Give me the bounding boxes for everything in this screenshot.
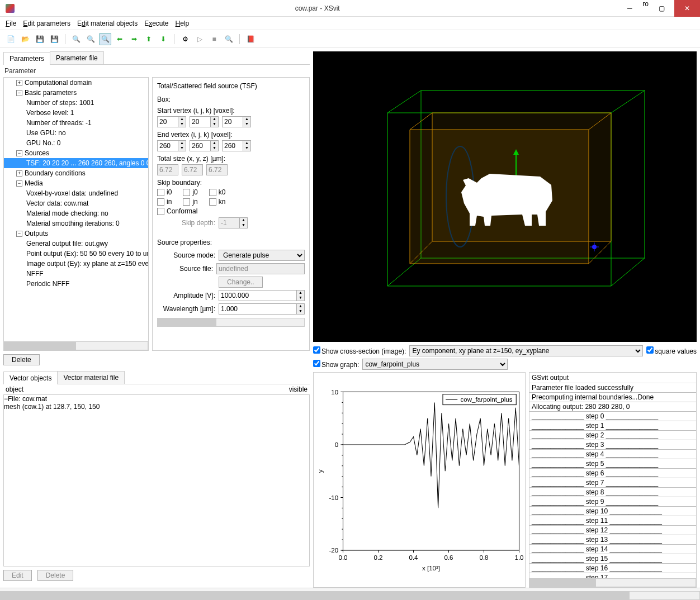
vtree-mesh[interactable]: mesh (cow.1) at 128.7, 150, 150 bbox=[4, 403, 309, 411]
chk-i0[interactable]: i0 bbox=[157, 188, 172, 196]
zoom-out-icon[interactable]: 🔍 bbox=[84, 33, 97, 45]
tree-tsf[interactable]: TSF: 20 20 20 ... 260 260 260, angles 0 … bbox=[4, 158, 148, 168]
menu-edit-params[interactable]: Edit parameters bbox=[23, 20, 70, 27]
svg-text:-10: -10 bbox=[329, 494, 338, 501]
tree-media[interactable]: Media bbox=[25, 179, 43, 187]
maximize-button[interactable]: ▢ bbox=[649, 0, 674, 17]
tab-vector-objects[interactable]: Vector objects bbox=[3, 372, 58, 384]
tree-point-output[interactable]: Point output (Ex): 50 50 50 every 10 to … bbox=[4, 249, 148, 259]
show-graph-check[interactable]: Show graph: bbox=[313, 360, 359, 369]
output-line: ______________ step 11 ______________ bbox=[529, 516, 696, 526]
cross-section-select[interactable]: Ey component, xy plane at z=150, ey_xypl… bbox=[409, 345, 643, 356]
arrow-down-icon[interactable]: ⬇ bbox=[157, 33, 169, 45]
tree-steps[interactable]: Number of steps: 1001 bbox=[4, 98, 148, 108]
tree-periodic-nfff[interactable]: Periodic NFFF bbox=[4, 279, 148, 289]
square-values-check[interactable]: square values bbox=[646, 346, 697, 355]
output-line: ______________ step 10 ______________ bbox=[529, 507, 696, 516]
menu-help[interactable]: Help bbox=[176, 20, 190, 27]
tree-matmode[interactable]: Material mode checking: no bbox=[4, 208, 148, 218]
end-k-input[interactable] bbox=[222, 140, 243, 151]
start-i-input[interactable] bbox=[157, 116, 178, 127]
start-j-input[interactable] bbox=[190, 116, 211, 127]
save-as-icon[interactable]: 💾 bbox=[48, 33, 60, 45]
output-list[interactable]: Parameter file loaded successfullyPrecom… bbox=[529, 383, 696, 578]
stop-icon[interactable]: ■ bbox=[208, 33, 220, 45]
graph-plot[interactable]: -20-100100.00.20.40.60.81.0cow_farpoint_… bbox=[313, 372, 526, 588]
source-mode-select[interactable]: Generate pulse bbox=[219, 250, 305, 261]
tree-sources[interactable]: Sources bbox=[25, 149, 49, 157]
end-i-input[interactable] bbox=[157, 140, 178, 151]
start-k-input[interactable] bbox=[222, 116, 243, 127]
tree-gpuno[interactable]: GPU No.: 0 bbox=[4, 138, 148, 148]
new-icon[interactable]: 📄 bbox=[4, 33, 17, 45]
exit-icon[interactable]: 📕 bbox=[244, 33, 257, 45]
change-button[interactable]: Change.. bbox=[219, 277, 263, 288]
show-cross-section-check[interactable]: Show cross-section (image): bbox=[313, 346, 406, 355]
parameter-tree[interactable]: +Computational domain −Basic parameters … bbox=[3, 77, 149, 351]
close-button[interactable]: ✕ bbox=[674, 0, 700, 17]
obj-col-visible: visible bbox=[289, 385, 308, 393]
tree-nfff[interactable]: NFFF bbox=[4, 269, 148, 279]
source-file-input bbox=[216, 263, 305, 274]
edit-button[interactable]: Edit bbox=[3, 570, 32, 581]
tab-parameter-file[interactable]: Parameter file bbox=[50, 51, 104, 64]
delete-obj-button[interactable]: Delete bbox=[37, 570, 74, 581]
box-label: Box: bbox=[157, 96, 305, 103]
param-tabs: Parameters Parameter file bbox=[3, 51, 310, 65]
inspect-icon[interactable]: 🔍 bbox=[223, 33, 235, 45]
menu-edit-materials[interactable]: Edit material objects bbox=[77, 20, 138, 27]
vtree-file[interactable]: File: cow.mat bbox=[8, 395, 47, 403]
arrow-up-icon[interactable]: ⬆ bbox=[143, 33, 155, 45]
graph-select[interactable]: cow_farpoint_plus bbox=[362, 359, 508, 370]
zoom-in-icon[interactable]: 🔍 bbox=[70, 33, 82, 45]
arrow-left-icon[interactable]: ⬅ bbox=[113, 33, 126, 45]
settings-icon[interactable]: ⚙ bbox=[179, 33, 191, 45]
output-hscroll[interactable] bbox=[529, 578, 696, 587]
minimize-button[interactable]: ─ bbox=[617, 0, 642, 17]
output-line: Parameter file loaded successfully bbox=[529, 383, 696, 393]
tree-hscroll[interactable] bbox=[4, 341, 148, 350]
output-line: ______________ step 8 ______________ bbox=[529, 488, 696, 497]
3d-viewport[interactable] bbox=[313, 51, 697, 342]
save-icon[interactable]: 💾 bbox=[34, 33, 46, 45]
delete-param-button[interactable]: Delete bbox=[3, 354, 40, 365]
output-line: ______________ step 4 ______________ bbox=[529, 450, 696, 459]
tree-outputs[interactable]: Outputs bbox=[25, 230, 48, 237]
chk-kn[interactable]: kn bbox=[209, 198, 226, 206]
open-icon[interactable]: 📂 bbox=[19, 33, 31, 45]
end-j-input[interactable] bbox=[190, 140, 211, 151]
chk-jn[interactable]: jn bbox=[183, 198, 197, 206]
output-line: ______________ step 5 ______________ bbox=[529, 459, 696, 469]
tree-vector[interactable]: Vector data: cow.mat bbox=[4, 198, 148, 208]
amplitude-input[interactable] bbox=[219, 290, 297, 301]
tree-basic-params[interactable]: Basic parameters bbox=[25, 89, 77, 97]
zoom-fit-icon[interactable]: 🔍 bbox=[99, 33, 111, 45]
tree-verbose[interactable]: Verbose level: 1 bbox=[4, 108, 148, 118]
tab-vector-material-file[interactable]: Vector material file bbox=[57, 371, 125, 384]
output-line: Allocating output: 280 280 280, 0 bbox=[529, 402, 696, 412]
chk-k0[interactable]: k0 bbox=[209, 188, 226, 196]
tree-gpu[interactable]: Use GPU: no bbox=[4, 128, 148, 138]
output-line: ______________ step 16 ______________ bbox=[529, 564, 696, 573]
tree-image-output[interactable]: Image output (Ey): xy plane at z=150 eve… bbox=[4, 259, 148, 269]
tree-computational-domain[interactable]: Computational domain bbox=[25, 79, 92, 87]
chk-conformal[interactable]: Conformal bbox=[157, 207, 197, 215]
tab-parameters[interactable]: Parameters bbox=[3, 52, 50, 65]
tree-threads[interactable]: Number of threads: -1 bbox=[4, 118, 148, 128]
props-hscroll[interactable] bbox=[157, 318, 305, 327]
menu-execute[interactable]: Execute bbox=[144, 20, 168, 27]
chk-j0[interactable]: j0 bbox=[183, 188, 197, 196]
tree-voxel[interactable]: Voxel-by-voxel data: undefined bbox=[4, 188, 148, 198]
vector-objects-tree[interactable]: −File: cow.mat mesh (cow.1) at 128.7, 15… bbox=[3, 394, 310, 566]
tree-smooth[interactable]: Material smoothing iterations: 0 bbox=[4, 218, 148, 228]
play-icon[interactable]: ▷ bbox=[193, 33, 206, 45]
svg-line-2 bbox=[611, 258, 645, 286]
wavelength-input[interactable] bbox=[219, 303, 297, 315]
toolbar: 📄 📂 💾 💾 🔍 🔍 🔍 ⬅ ➡ ⬆ ⬇ ⚙ ▷ ■ 🔍 📕 bbox=[0, 30, 700, 48]
arrow-right-icon[interactable]: ➡ bbox=[128, 33, 140, 45]
tree-general-output[interactable]: General output file: out.gwy bbox=[4, 239, 148, 249]
chk-in[interactable]: in bbox=[157, 198, 172, 206]
tree-boundary[interactable]: Boundary conditions bbox=[25, 169, 86, 177]
end-vertex-label: End vertex (i, j, k) [voxel]: bbox=[157, 131, 305, 139]
menu-file[interactable]: File bbox=[6, 20, 16, 27]
